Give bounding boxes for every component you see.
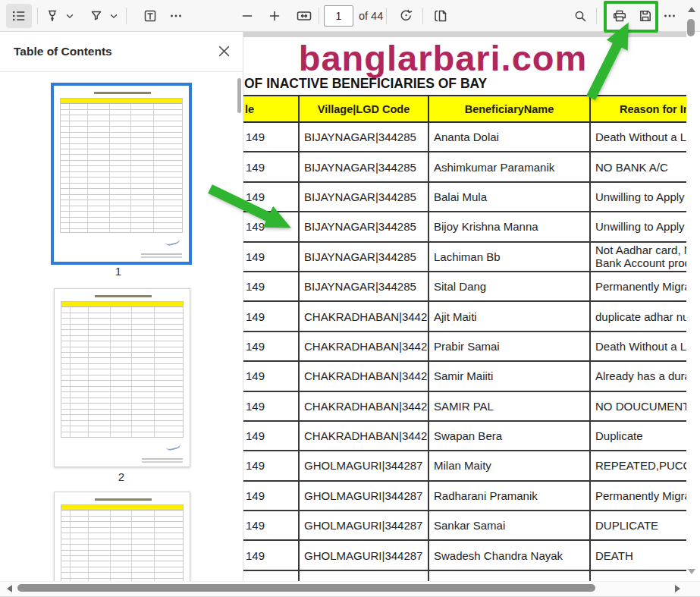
table-cell: Tapan Kumar Maity (428, 570, 590, 581)
table-cell: 149 (243, 481, 299, 511)
thumbnail-signature (165, 438, 182, 451)
chevron-down-icon (108, 11, 119, 21)
pen-options-dropdown[interactable] (64, 4, 76, 28)
zoom-out-button[interactable] (237, 4, 258, 28)
document-heading: OF INACTIVE BENEFICIARIES OF BAY (244, 76, 487, 92)
table-row: 149BIJAYNAGAR|344285Ashimkumar Paramanik… (243, 152, 686, 181)
table-cell: 149 (243, 272, 299, 301)
page-top-margin (243, 32, 686, 37)
table-cell: Balai Mula (428, 182, 590, 212)
table-cell: 149 (243, 212, 299, 241)
table-cell: BIJAYNAGAR|344285 (299, 152, 428, 181)
table-cell: 149 (243, 301, 299, 331)
table-cell: 149 (243, 421, 299, 451)
vertical-scrollbar-thumb[interactable] (687, 19, 695, 36)
zoom-in-icon (267, 8, 282, 24)
zoom-out-icon (240, 8, 255, 24)
search-icon (573, 8, 588, 24)
table-cell: Swadesh Chandra Nayak (428, 540, 590, 570)
table-cell: Bijoy Krishna Manna (428, 212, 590, 241)
table-cell: GHOLMAGURI|344287 (299, 451, 428, 480)
close-icon (218, 46, 230, 60)
page-thumbnail-3[interactable] (54, 492, 190, 581)
close-panel-button[interactable] (215, 44, 232, 61)
table-cell: 149 (243, 391, 299, 421)
table-cell: BIJAYNAGAR|344285 (299, 182, 428, 212)
table-row: 149BIJAYNAGAR|344285Balai MulaUnwilling … (243, 182, 686, 212)
table-cell: Milan Maity (428, 451, 590, 480)
thumbnail-table (60, 98, 183, 233)
table-cell: Permanently Migrated (590, 481, 686, 511)
pen-annotate-button[interactable] (42, 4, 62, 28)
table-cell: 149 (243, 152, 299, 181)
thumbnail-title-line (95, 498, 152, 501)
table-row: 149CHAKRADHABAN|344282Swapan BeraDuplica… (243, 421, 686, 451)
thumbnail-footer-lines (141, 253, 182, 255)
scroll-left-arrow[interactable] (7, 585, 12, 592)
thumbnail-page-number: 2 (54, 470, 189, 483)
more-tools-button[interactable] (165, 4, 187, 28)
highlight-box-annotation (604, 1, 658, 33)
scroll-right-arrow[interactable] (675, 585, 680, 592)
page-thumbnail-1[interactable] (51, 83, 192, 265)
horizontal-scrollbar-thumb[interactable] (17, 584, 595, 592)
table-cell: NO BANK A/C (590, 152, 686, 181)
table-cell: Ajit Maiti (428, 301, 590, 331)
table-cell: Unwilling to Apply (590, 212, 686, 241)
table-of-contents-button[interactable] (6, 4, 32, 28)
table-cell: CHAKRADHABAN|344282 (299, 421, 428, 451)
table-row: 149CHAKRADHABAN|344282Prabir SamaiDeath … (243, 331, 686, 361)
more-options-button[interactable] (660, 4, 680, 28)
table-cell: 149 (243, 511, 299, 540)
table-cell: Sankar Samai (428, 511, 590, 540)
table-row: 149GHOLMAGURI|344287Radharani PramanikPe… (243, 481, 686, 511)
more-tools-icon (168, 8, 184, 24)
highlighter-options-dropdown[interactable] (108, 4, 120, 28)
sidebar-title: Table of Contents (14, 45, 112, 58)
thumbnail-table-header (61, 302, 183, 307)
table-row: 149BIJAYNAGAR|344285Lachiman BbNot Aadha… (243, 242, 686, 272)
beneficiary-table-body: 149BIJAYNAGAR|344285Ananta DolaiDeath Wi… (243, 122, 686, 581)
page-number-input[interactable] (324, 5, 353, 27)
table-row: 149BIJAYNAGAR|344285Sital DangPermanentl… (243, 272, 686, 301)
scroll-up-arrow[interactable] (688, 7, 695, 12)
fit-to-width-button[interactable] (293, 4, 315, 28)
table-cell: 149 (243, 540, 299, 570)
table-row: 149GHOLMAGURI|344287Milan MaityREPEATED,… (243, 451, 686, 480)
thumbnail-page-number: 1 (51, 265, 186, 278)
chevron-down-icon (64, 11, 75, 21)
beneficiary-table: le Village|LGD Code BeneficiaryName Reas… (243, 95, 686, 581)
page-thumbnail-2[interactable] (54, 288, 190, 467)
brand-watermark: banglarbari.com (243, 37, 686, 79)
table-cell: 149 (243, 451, 299, 480)
rotate-button[interactable] (394, 4, 417, 28)
table-cell: 149 (243, 570, 299, 581)
thumbnail-signature (164, 233, 181, 247)
pdf-viewer-window: of 44 (0, 0, 700, 597)
highlighter-button[interactable] (86, 4, 106, 28)
highlighter-icon (89, 8, 104, 24)
table-cell: GHOLMAGURI|344287 (299, 540, 428, 570)
table-row: 149GHOLMAGURI|344287Sankar SamaiDUPLICAT… (243, 511, 686, 540)
table-cell: duplicate adhar numb (590, 301, 686, 331)
zoom-in-button[interactable] (264, 4, 285, 28)
table-row: 149CHAKRADHABAN|344282Ajit Maitiduplicat… (243, 301, 686, 331)
page-view-button[interactable] (429, 4, 452, 28)
sidebar-scrollbar-thumb[interactable] (237, 78, 241, 113)
table-cell: BIJAYNAGAR|344285 (299, 242, 428, 272)
table-cell: 149 (243, 331, 299, 361)
rotate-icon (398, 8, 413, 24)
table-row: 149CHAKRADHABAN|344282SAMIR PALNO DOUCUM… (243, 391, 686, 421)
table-cell: 149 (243, 182, 299, 212)
thumbnail-table-rows (61, 104, 182, 232)
table-of-contents-panel: Table of Contents 1 (0, 32, 243, 581)
search-button[interactable] (569, 4, 592, 28)
scroll-down-arrow[interactable] (688, 569, 695, 574)
table-cell: CHAKRADHABAN|344282 (299, 361, 428, 391)
table-cell: Swapan Bera (428, 421, 590, 451)
thumbnail-footer-lines (142, 458, 183, 460)
add-text-button[interactable] (140, 4, 161, 28)
table-cell: GHOLMAGURI|344287 (299, 570, 428, 581)
table-cell: 149 (243, 361, 299, 391)
fit-to-width-icon (296, 8, 312, 24)
